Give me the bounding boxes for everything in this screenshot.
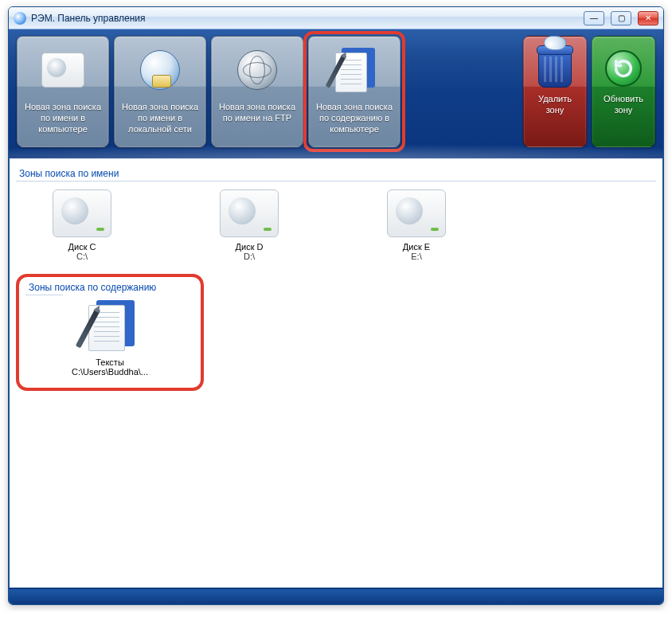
new-zone-name-ftp-button[interactable]: Новая зона поиска по имени на FTP xyxy=(211,36,303,147)
zone-name: Диск E xyxy=(365,242,468,252)
minimize-button[interactable]: — xyxy=(584,11,604,25)
zones-by-name-list: Диск C C:\ Диск D D:\ Диск E E:\ xyxy=(16,186,656,271)
content-area: Зоны поиска по имени Диск C C:\ Диск D D… xyxy=(9,158,663,588)
hdd-icon xyxy=(220,189,279,237)
hdd-icon xyxy=(53,189,111,237)
zone-item[interactable]: Диск C C:\ xyxy=(30,189,134,261)
app-window: РЭМ. Панель управления — ▢ ✕ Новая зона … xyxy=(8,6,664,605)
maximize-button[interactable]: ▢ xyxy=(611,11,631,25)
status-bar xyxy=(9,588,663,604)
new-zone-content-computer-button[interactable]: Новая зона поиска по содержанию в компью… xyxy=(308,36,400,147)
app-icon xyxy=(14,12,26,25)
zone-item[interactable]: Диск E E:\ xyxy=(365,189,468,261)
hdd-icon xyxy=(41,53,84,88)
globe-icon xyxy=(237,50,277,90)
new-zone-name-computer-button[interactable]: Новая зона поиска по имени в компьютере xyxy=(17,36,109,147)
toolbar: Новая зона поиска по имени в компьютере … xyxy=(9,29,663,158)
zone-name: Тексты xyxy=(96,357,124,367)
network-icon xyxy=(140,50,180,90)
trash-icon xyxy=(538,49,572,88)
section-title-by-name: Зоны поиска по имени xyxy=(16,163,656,181)
zone-item[interactable]: Тексты C:\Users\Buddha\... xyxy=(58,300,162,377)
close-button[interactable]: ✕ xyxy=(638,11,658,25)
divider xyxy=(25,295,194,295)
section-title-by-content: Зоны поиска по содержанию xyxy=(25,282,194,295)
document-pen-icon xyxy=(330,48,378,92)
refresh-icon xyxy=(605,50,642,87)
new-zone-name-lan-button[interactable]: Новая зона поиска по имени в локальной с… xyxy=(114,36,206,147)
zone-path: D:\ xyxy=(197,252,301,261)
zone-name: Диск D xyxy=(197,242,301,252)
hdd-icon xyxy=(387,189,446,237)
refresh-zone-button[interactable]: Обновить зону xyxy=(592,36,655,147)
zone-path: C:\ xyxy=(30,252,134,261)
window-title: РЭМ. Панель управления xyxy=(31,13,577,24)
delete-zone-button[interactable]: Удалить зону xyxy=(523,36,587,147)
divider xyxy=(16,181,656,182)
zone-path: E:\ xyxy=(365,252,468,261)
document-pen-icon xyxy=(79,300,141,353)
zone-item[interactable]: Диск D D:\ xyxy=(197,189,301,261)
zone-path: C:\Users\Buddha\... xyxy=(72,367,148,377)
zones-by-content-group: Зоны поиска по содержанию Тексты C:\User… xyxy=(16,274,204,391)
zone-name: Диск C xyxy=(30,242,134,252)
titlebar: РЭМ. Панель управления — ▢ ✕ xyxy=(9,7,663,29)
